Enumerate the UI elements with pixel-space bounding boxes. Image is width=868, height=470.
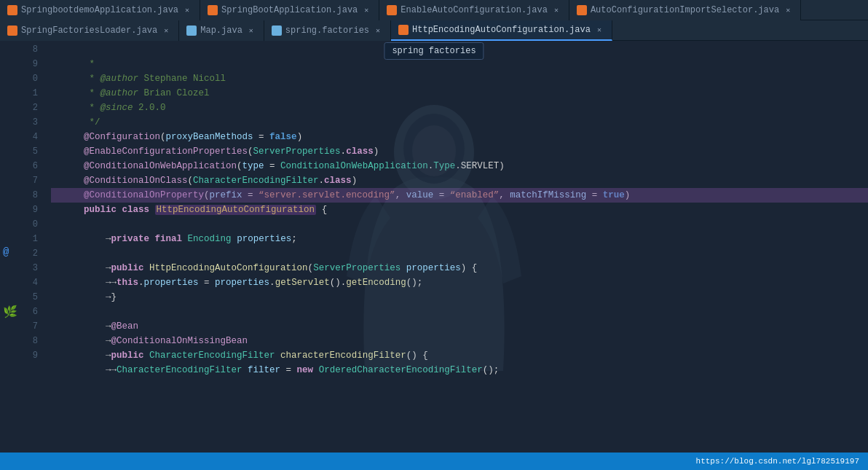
line-num: 5 <box>16 144 38 159</box>
close-icon[interactable]: ✕ <box>182 5 192 15</box>
line-num: 7 <box>16 173 38 188</box>
code-line: →public CharacterEncodingFilter characte… <box>51 334 868 348</box>
line-num: 0 <box>16 217 38 232</box>
line-num: 0 <box>16 71 38 86</box>
code-line-highlighted: public class HttpEncodingAutoConfigurati… <box>51 188 868 203</box>
factories-icon <box>272 26 282 36</box>
tab-auto-import[interactable]: AutoConfigurationImportSelector.java ✕ <box>569 0 801 20</box>
close-icon[interactable]: ✕ <box>373 26 383 36</box>
code-line: →→CharacterEncodingFilter filter = new O… <box>51 348 868 363</box>
line-num: 4 <box>16 275 38 290</box>
java-icon <box>7 26 17 36</box>
code-line: * @author Brian Clozel <box>51 71 868 86</box>
line-num: 1 <box>16 232 38 246</box>
java-icon <box>208 5 218 15</box>
java-icon <box>7 5 17 15</box>
line-num: 9 <box>16 348 38 363</box>
tab-factories-loader[interactable]: SpringFactoriesLoader.java ✕ <box>0 20 179 41</box>
bean-leaf-icon: 🌿 <box>3 305 17 319</box>
close-icon[interactable]: ✕ <box>551 5 561 15</box>
line-num: 4 <box>16 130 38 144</box>
code-line: →→this.properties = properties.getServle… <box>51 261 868 275</box>
line-num: 2 <box>16 101 38 115</box>
line-num: 9 <box>16 57 38 71</box>
tab-label: AutoConfigurationImportSelector.java <box>591 5 779 15</box>
line-num: 3 <box>16 261 38 275</box>
tab-label: SpringbootdemoApplication.java <box>21 5 178 15</box>
code-line <box>51 290 868 305</box>
tab-label: SpringBootApplication.java <box>221 5 358 15</box>
line-num: 8 <box>16 334 38 348</box>
spring-factories-tooltip: spring factories <box>384 42 484 60</box>
tab-label: spring.factories <box>285 26 369 36</box>
line-num: 3 <box>16 115 38 130</box>
map-icon <box>186 26 197 36</box>
line-num: 5 <box>16 290 38 305</box>
close-icon[interactable]: ✕ <box>246 26 256 36</box>
close-icon[interactable]: ✕ <box>161 26 171 36</box>
code-line: */ <box>51 101 868 115</box>
tab-http-encoding[interactable]: HttpEncodingAutoConfiguration.java ✕ <box>391 20 612 41</box>
close-icon[interactable]: ✕ <box>594 25 604 35</box>
code-line: @ConditionalOnClass(CharacterEncodingFil… <box>51 159 868 173</box>
line-num: 2 <box>16 246 38 261</box>
line-num: 6 <box>16 159 38 173</box>
code-line: * @since 2.0.0 <box>51 86 868 101</box>
editor-area: spring factories @ 🌿 8 9 0 1 2 3 4 5 6 7… <box>0 41 868 453</box>
code-line: →@ConditionalOnMissingBean <box>51 319 868 334</box>
java-icon <box>398 25 409 35</box>
code-line: @Configuration(proxyBeanMethods = false) <box>51 115 868 130</box>
java-icon <box>387 5 397 15</box>
tab-label: EnableAutoConfiguration.java <box>401 5 548 15</box>
status-bar: https://blog.csdn.net/lgl782519197 <box>0 453 868 470</box>
tab-label: Map.java <box>200 26 242 36</box>
tab-map[interactable]: Map.java ✕ <box>179 20 264 41</box>
line-num: 9 <box>16 203 38 217</box>
code-line: @ConditionalOnProperty(prefix = “server.… <box>51 173 868 188</box>
bean-icon: @ <box>3 246 9 258</box>
code-line: @EnableConfigurationProperties(ServerPro… <box>51 130 868 144</box>
left-gutter: @ 🌿 <box>0 41 16 453</box>
tab-label: HttpEncodingAutoConfiguration.java <box>412 25 591 35</box>
close-icon[interactable]: ✕ <box>783 5 793 15</box>
code-line: @ConditionalOnWebApplication(type = Cond… <box>51 144 868 159</box>
status-url: https://blog.csdn.net/lgl782519197 <box>696 457 859 466</box>
tab-enable-auto[interactable]: EnableAutoConfiguration.java ✕ <box>379 0 569 20</box>
tab-springboot-app[interactable]: SpringBootApplication.java ✕ <box>200 0 379 20</box>
code-area: * * @author Stephane Nicoll * @author Br… <box>44 41 868 453</box>
line-numbers: 8 9 0 1 2 3 4 5 6 7 8 9 0 1 2 3 4 5 6 7 … <box>16 41 44 453</box>
java-icon <box>577 5 587 15</box>
tab-bar-bottom: SpringFactoriesLoader.java ✕ Map.java ✕ … <box>0 20 868 41</box>
tab-spring-factories[interactable]: spring.factories ✕ <box>264 20 391 41</box>
line-num: 7 <box>16 319 38 334</box>
code-line: →private final Encoding properties; <box>51 217 868 232</box>
code-line: →public HttpEncodingAutoConfiguration(Se… <box>51 246 868 261</box>
close-icon[interactable]: ✕ <box>361 5 371 15</box>
code-line: →} <box>51 275 868 290</box>
line-num: 8 <box>16 42 38 57</box>
tab-label: SpringFactoriesLoader.java <box>21 26 157 36</box>
line-num: 6 <box>16 305 38 319</box>
tab-springboot-demo[interactable]: SpringbootdemoApplication.java ✕ <box>0 0 200 20</box>
line-num: 1 <box>16 86 38 101</box>
code-line <box>51 203 868 217</box>
tab-bar-top: SpringbootdemoApplication.java ✕ SpringB… <box>0 0 868 20</box>
line-num: 8 <box>16 188 38 203</box>
code-line: →@Bean <box>51 305 868 319</box>
code-line <box>51 232 868 246</box>
